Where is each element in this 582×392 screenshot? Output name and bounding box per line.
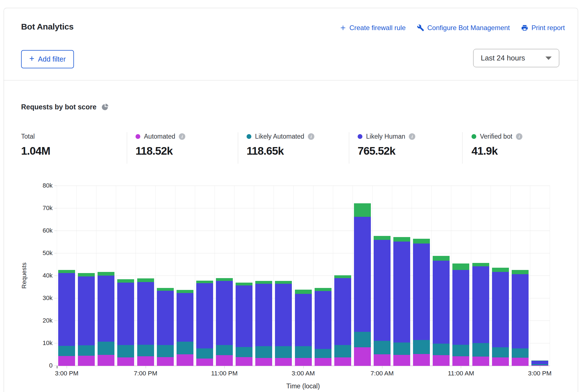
bar-segment-automated[interactable] (354, 347, 371, 366)
bar-segment-likely-automated[interactable] (216, 345, 233, 355)
stacked-bar-5-00-pm[interactable] (98, 272, 114, 366)
bar-segment-likely-human[interactable] (295, 294, 312, 346)
bar-segment-automated[interactable] (413, 354, 430, 366)
bar-segment-likely-human[interactable] (531, 361, 548, 364)
bar-segment-automated[interactable] (393, 355, 410, 366)
bar-segment-automated[interactable] (492, 357, 509, 366)
bar-segment-likely-automated[interactable] (177, 342, 193, 355)
stacked-bar-5-00-am[interactable] (334, 275, 351, 366)
bar-segment-automated[interactable] (255, 358, 272, 366)
bar-segment-likely-automated[interactable] (492, 347, 509, 357)
stacked-bar-9-00-am[interactable] (413, 239, 430, 366)
info-icon[interactable]: i (179, 133, 185, 140)
stacked-bar-6-00-pm[interactable] (117, 279, 134, 366)
stacked-bar-11-00-pm[interactable] (216, 278, 233, 366)
bar-segment-automated[interactable] (512, 358, 529, 366)
bar-segment-likely-human[interactable] (98, 276, 114, 342)
bar-segment-automated[interactable] (315, 358, 331, 366)
bar-segment-verified-bot[interactable] (177, 290, 193, 293)
bar-segment-likely-automated[interactable] (78, 345, 95, 356)
bar-segment-likely-automated[interactable] (236, 347, 252, 357)
bar-segment-likely-human[interactable] (315, 291, 331, 349)
bar-segment-automated[interactable] (58, 356, 75, 366)
bar-segment-likely-automated[interactable] (196, 348, 213, 359)
bar-segment-automated[interactable] (98, 355, 114, 366)
bar-segment-likely-human[interactable] (512, 274, 529, 348)
bar-segment-verified-bot[interactable] (78, 273, 95, 276)
stacked-bar-3-00-pm[interactable] (58, 270, 75, 366)
bar-segment-likely-human[interactable] (472, 266, 489, 343)
stacked-bar-6-00-am[interactable] (354, 203, 371, 366)
bar-segment-verified-bot[interactable] (512, 270, 529, 274)
bar-segment-likely-automated[interactable] (315, 349, 331, 358)
stacked-bar-12-00-pm[interactable] (472, 263, 489, 366)
bar-segment-verified-bot[interactable] (275, 281, 292, 284)
bar-segment-likely-human[interactable] (492, 272, 509, 347)
bar-segment-verified-bot[interactable] (492, 268, 509, 272)
bar-segment-likely-human[interactable] (433, 261, 450, 344)
bar-segment-verified-bot[interactable] (433, 256, 450, 261)
bar-segment-likely-automated[interactable] (354, 332, 371, 347)
bar-segment-likely-human[interactable] (413, 244, 430, 340)
bar-segment-automated[interactable] (374, 354, 391, 366)
stacked-bar-8-00-pm[interactable] (157, 288, 174, 366)
stacked-bar-2-00-am[interactable] (275, 281, 292, 366)
bar-segment-likely-automated[interactable] (334, 345, 351, 357)
bar-segment-verified-bot[interactable] (137, 278, 154, 282)
bar-segment-likely-automated[interactable] (98, 342, 114, 355)
bar-segment-automated[interactable] (236, 357, 252, 366)
bar-segment-automated[interactable] (78, 356, 95, 366)
configure-bot-management-link[interactable]: Configure Bot Management (417, 24, 510, 32)
add-filter-button[interactable]: + Add filter (21, 50, 74, 68)
bar-segment-verified-bot[interactable] (255, 281, 272, 284)
bar-segment-likely-automated[interactable] (58, 346, 75, 356)
bar-segment-likely-human[interactable] (374, 240, 391, 341)
bar-segment-likely-human[interactable] (255, 284, 272, 346)
bar-segment-likely-automated[interactable] (472, 343, 489, 357)
bar-segment-likely-human[interactable] (157, 291, 174, 345)
bar-segment-automated[interactable] (157, 357, 174, 366)
bar-segment-likely-human[interactable] (393, 242, 410, 342)
bar-segment-automated[interactable] (196, 359, 213, 366)
bar-segment-likely-human[interactable] (78, 276, 95, 346)
info-icon[interactable]: i (409, 133, 415, 140)
info-icon[interactable]: i (308, 133, 314, 140)
bar-segment-verified-bot[interactable] (196, 281, 213, 283)
bar-segment-likely-human[interactable] (452, 270, 469, 345)
stacked-bar-4-00-am[interactable] (315, 288, 331, 366)
stacked-bar-2-00-pm[interactable] (512, 270, 529, 366)
bar-segment-verified-bot[interactable] (452, 263, 469, 270)
create-firewall-rule-link[interactable]: Create firewall rule (340, 24, 406, 32)
bar-segment-automated[interactable] (177, 354, 193, 366)
info-icon[interactable]: i (516, 133, 522, 140)
bar-segment-automated[interactable] (452, 356, 469, 366)
bar-segment-verified-bot[interactable] (58, 270, 75, 273)
stacked-bar-1-00-pm[interactable] (492, 268, 509, 366)
time-range-dropdown[interactable]: Last 24 hours (473, 49, 559, 67)
bar-segment-likely-automated[interactable] (255, 346, 272, 358)
stacked-bar-10-00-am[interactable] (433, 256, 450, 366)
bar-segment-likely-human[interactable] (216, 281, 233, 345)
bar-segment-likely-automated[interactable] (157, 345, 174, 357)
bar-segment-verified-bot[interactable] (295, 290, 312, 294)
bar-segment-likely-human[interactable] (137, 282, 154, 344)
bar-segment-likely-human[interactable] (334, 278, 351, 345)
bar-segment-likely-automated[interactable] (374, 341, 391, 354)
bar-segment-automated[interactable] (117, 357, 134, 366)
stacked-bar-3-00-am[interactable] (295, 290, 312, 366)
bar-segment-verified-bot[interactable] (236, 283, 252, 285)
bar-segment-verified-bot[interactable] (315, 288, 331, 291)
bar-segment-automated[interactable] (137, 356, 154, 366)
stacked-bar-10-00-pm[interactable] (196, 281, 213, 366)
bar-segment-verified-bot[interactable] (216, 278, 233, 281)
stacked-bar-4-00-pm[interactable] (78, 273, 95, 366)
stacked-bar-8-00-am[interactable] (393, 237, 410, 366)
stacked-bar-11-00-am[interactable] (452, 263, 469, 366)
bar-segment-likely-human[interactable] (354, 217, 371, 332)
bar-segment-likely-human[interactable] (117, 283, 134, 345)
bar-segment-automated[interactable] (472, 357, 489, 366)
bar-segment-likely-automated[interactable] (117, 345, 134, 357)
print-report-link[interactable]: Print report (521, 24, 565, 32)
bar-segment-likely-automated[interactable] (137, 345, 154, 357)
bar-segment-verified-bot[interactable] (472, 263, 489, 266)
